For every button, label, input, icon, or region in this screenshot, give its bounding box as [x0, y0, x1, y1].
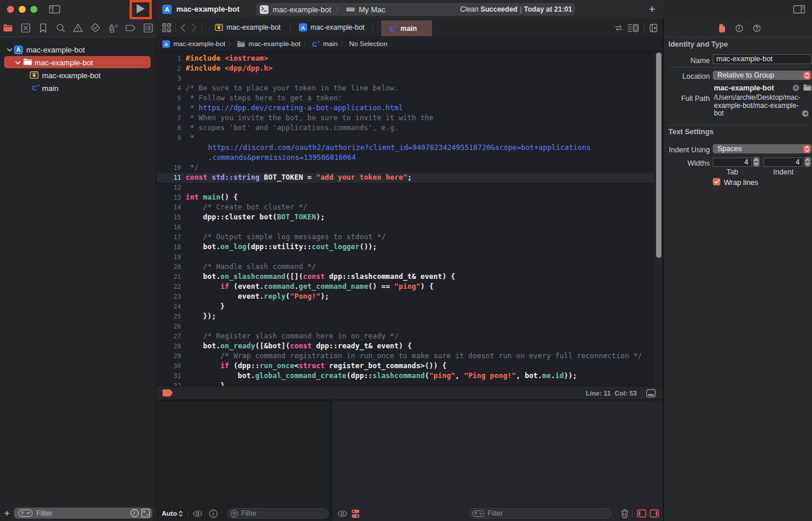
code-line[interactable]: 32 } [157, 381, 654, 386]
breadcrumb-item[interactable]: mac-example-bot [249, 40, 301, 47]
tree-row-product[interactable]: mac-example-bot [0, 69, 156, 82]
code-line[interactable]: 16 [157, 222, 654, 232]
disclosure-chevron-icon[interactable] [15, 60, 20, 65]
code-line[interactable]: 20 /* Handle slash command */ [157, 262, 654, 272]
code-line[interactable]: 7 * When you invite the bot, be sure to … [157, 113, 654, 123]
variables-filter-field[interactable]: Filter [227, 508, 329, 519]
eye-icon[interactable] [193, 510, 203, 517]
code-line[interactable]: 21 bot.on_slashcommand([](const dpp::sla… [157, 272, 654, 282]
code-line[interactable]: 11const std::string BOT_TOKEN = "add you… [157, 173, 654, 183]
debugger-toggles-icon[interactable] [351, 509, 360, 518]
bookmark-navigator-icon[interactable] [38, 23, 48, 33]
add-editor-icon[interactable] [650, 24, 657, 32]
source-editor[interactable]: 1#include <iostream>2#include <dpp/dpp.h… [157, 52, 663, 386]
project-navigator-folder-icon[interactable] [3, 23, 13, 33]
code-line[interactable]: 8 * scopes 'bot' and 'applications.comma… [157, 123, 654, 133]
eye-icon[interactable] [337, 510, 347, 517]
indent-width-stepper[interactable] [804, 157, 811, 167]
code-line[interactable]: 15 dpp::cluster bot(BOT_TOKEN); [157, 212, 654, 222]
run-button[interactable] [135, 3, 146, 15]
find-navigator-search-icon[interactable] [55, 23, 65, 33]
source-control-x-square-icon[interactable] [20, 23, 30, 33]
disclosure-chevron-icon[interactable] [7, 47, 12, 53]
code-line[interactable]: 25 }); [157, 312, 654, 321]
code-line[interactable]: 1#include <iostream> [157, 54, 654, 64]
console-filter-field[interactable]: Filter [469, 508, 612, 519]
wrap-lines-checkbox[interactable] [713, 178, 720, 186]
code-line[interactable]: 18 bot.on_log(dpp::utility::cout_logger(… [157, 242, 654, 252]
tab-width-field[interactable]: 4 [713, 158, 752, 167]
code-line[interactable]: 6 * https://dpp.dev/creating-a-bot-appli… [157, 103, 654, 113]
minimize-window-button[interactable] [19, 6, 26, 13]
dock-bottom-icon[interactable] [646, 389, 656, 397]
file-inspector-icon[interactable] [719, 24, 726, 33]
name-field[interactable]: mac-example-bot [713, 54, 811, 64]
breakpoint-navigator-tag-icon[interactable] [126, 23, 135, 33]
open-arrow-circle-icon[interactable] [802, 110, 808, 117]
swap-arrows-icon[interactable] [615, 24, 623, 32]
code-line[interactable]: 2#include <dpp/dpp.h> [157, 64, 654, 74]
tab-main-active[interactable]: C+ main [381, 20, 432, 36]
library-add-button[interactable]: + [645, 2, 659, 16]
code-line[interactable]: 30 if (dpp::run_once<struct register_bot… [157, 361, 654, 371]
close-window-button[interactable] [7, 6, 14, 13]
report-navigator-list-icon[interactable] [143, 23, 153, 33]
code-line[interactable]: 23 event.reply("Pong!"); [157, 292, 654, 302]
choose-folder-icon[interactable] [803, 84, 811, 91]
trash-icon[interactable] [621, 509, 629, 518]
back-chevron-icon[interactable] [180, 23, 186, 32]
breadcrumb-item-no-selection[interactable]: No Selection [349, 40, 387, 47]
show-variables-view-icon[interactable] [637, 509, 646, 517]
quick-help-inspector-icon[interactable] [753, 25, 761, 32]
source-control-box-icon[interactable] [141, 509, 150, 517]
code-line[interactable]: 26 [157, 321, 654, 331]
code-line[interactable]: 3 [157, 74, 654, 83]
filter-menu-icon[interactable] [18, 509, 33, 517]
code-line[interactable]: 27 /* Register slash command here in on_… [157, 331, 654, 341]
recent-clock-icon[interactable] [130, 509, 139, 517]
code-line[interactable]: 14 /* Create bot cluster */ [157, 202, 654, 212]
history-inspector-icon[interactable] [736, 25, 743, 32]
tree-row-project[interactable]: A mac-example-bot [0, 43, 156, 56]
navigator-filter-field[interactable]: Filter [14, 508, 152, 519]
code-line[interactable]: 12 [157, 183, 654, 193]
code-line[interactable]: 29 /* Wrap command registration in run_o… [157, 351, 654, 361]
info-circle-icon[interactable] [209, 509, 218, 518]
minimap-list-icon[interactable] [628, 24, 639, 32]
test-navigator-diamond-icon[interactable] [90, 23, 100, 33]
tree-row-group-selected[interactable]: mac-example-bot [0, 56, 156, 69]
debug-navigator-extinguisher-icon[interactable] [108, 23, 118, 33]
code-line[interactable]: .commands&permissions=139586816064 [157, 153, 654, 163]
code-line[interactable]: https://discord.com/oauth2/authorize?cli… [157, 143, 654, 153]
tab-width-stepper[interactable] [753, 157, 759, 167]
breadcrumb-item[interactable]: main [323, 40, 337, 47]
code-line[interactable]: 19 [157, 252, 654, 262]
editor-grid-icon[interactable] [162, 23, 171, 32]
breadcrumb-item[interactable]: mac-example-bot [173, 40, 225, 47]
tab-product[interactable]: mac-example-bot [202, 19, 290, 36]
add-file-button[interactable]: + [0, 508, 14, 519]
variables-scope-popup[interactable]: Auto [162, 510, 183, 517]
issue-navigator-warning-icon[interactable] [73, 23, 83, 33]
zoom-window-button[interactable] [30, 6, 37, 13]
indent-using-popup[interactable]: Spaces [713, 144, 811, 153]
forward-chevron-icon[interactable] [191, 23, 197, 32]
tree-row-main[interactable]: C+ main [0, 82, 156, 95]
code-line[interactable]: 9 * [157, 133, 654, 143]
code-line[interactable]: 31 bot.global_command_create(dpp::slashc… [157, 371, 654, 381]
indent-width-field[interactable]: 4 [764, 158, 803, 167]
toggle-left-sidebar-icon[interactable] [49, 5, 60, 13]
code-line[interactable]: 28 bot.on_ready([&bot](const dpp::ready_… [157, 341, 654, 351]
show-console-view-icon[interactable] [650, 509, 659, 517]
code-line[interactable]: 17 /* Output simple log messages to stdo… [157, 232, 654, 242]
tab-project[interactable]: A mac-example-bot [291, 19, 373, 36]
code-line[interactable]: 10 */ [157, 163, 654, 173]
code-line[interactable]: 4/* Be sure to place your token in the l… [157, 83, 654, 93]
clear-x-circle-icon[interactable] [793, 85, 799, 91]
breakpoint-marker-icon[interactable] [162, 389, 173, 397]
toggle-right-sidebar-icon[interactable] [793, 5, 805, 13]
location-popup[interactable]: Relative to Group [713, 71, 811, 80]
code-line[interactable]: 24 } [157, 302, 654, 312]
editor-scrollbar[interactable] [656, 53, 661, 258]
code-line[interactable]: 22 if (event.command.get_command_name() … [157, 282, 654, 292]
